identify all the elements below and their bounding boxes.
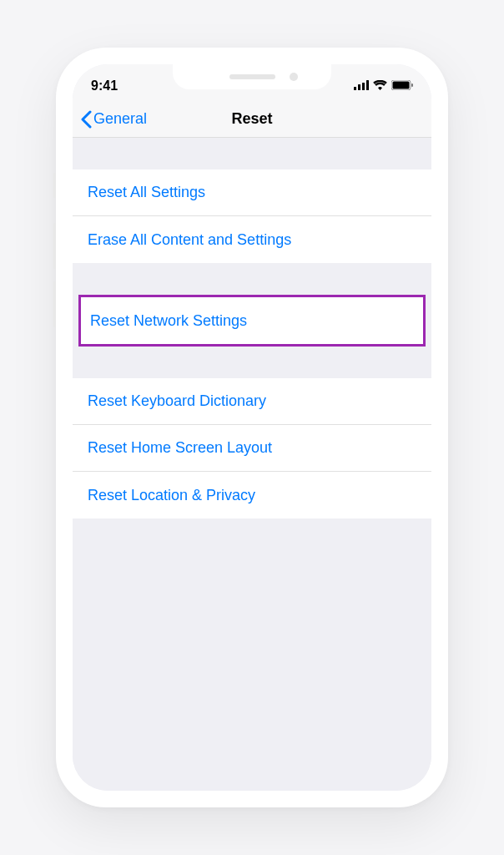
back-label: General [93, 110, 147, 128]
navigation-bar: General Reset [73, 101, 431, 138]
volume-up-button [53, 223, 56, 269]
svg-rect-2 [362, 83, 365, 90]
silent-switch [53, 173, 56, 198]
battery-icon [391, 78, 413, 94]
svg-rect-1 [358, 84, 360, 90]
reset-home-screen-layout-button[interactable]: Reset Home Screen Layout [73, 425, 431, 472]
reset-location-privacy-button[interactable]: Reset Location & Privacy [73, 472, 431, 519]
erase-all-content-button[interactable]: Erase All Content and Settings [73, 216, 431, 263]
reset-keyboard-dictionary-button[interactable]: Reset Keyboard Dictionary [73, 378, 431, 425]
page-title: Reset [231, 110, 272, 128]
volume-down-button [53, 281, 56, 327]
svg-rect-6 [411, 83, 413, 87]
front-camera [290, 73, 298, 81]
back-button[interactable]: General [81, 110, 147, 129]
section-spacer [73, 263, 431, 295]
chevron-left-icon [81, 110, 92, 129]
notch [173, 64, 331, 89]
reset-network-settings-button[interactable]: Reset Network Settings [81, 297, 423, 344]
speaker [229, 74, 275, 79]
status-time: 9:41 [91, 78, 118, 94]
cellular-signal-icon [354, 78, 369, 94]
content-area: Reset All Settings Erase All Content and… [73, 138, 431, 791]
settings-group-1: Reset All Settings Erase All Content and… [73, 169, 431, 263]
section-spacer [73, 347, 431, 378]
section-spacer [73, 138, 431, 169]
device-frame: 9:41 [56, 48, 448, 807]
svg-rect-3 [366, 80, 369, 90]
screen: 9:41 [73, 64, 431, 791]
wifi-icon [373, 78, 387, 94]
highlighted-selection: Reset Network Settings [78, 295, 426, 347]
settings-group-3: Reset Keyboard Dictionary Reset Home Scr… [73, 378, 431, 519]
status-icons [354, 78, 413, 94]
svg-rect-5 [393, 82, 410, 89]
reset-all-settings-button[interactable]: Reset All Settings [73, 169, 431, 216]
svg-rect-0 [354, 87, 356, 90]
